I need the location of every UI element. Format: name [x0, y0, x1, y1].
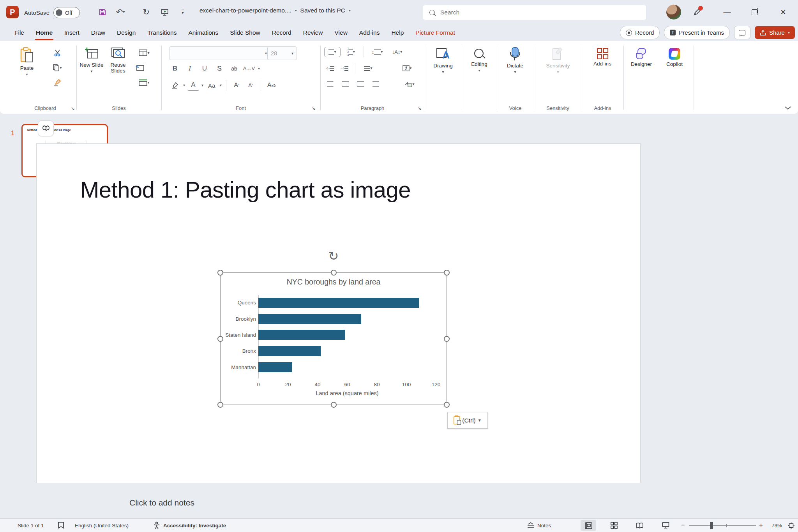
- underline-button[interactable]: U: [199, 64, 210, 73]
- notes-placeholder[interactable]: Click to add notes: [129, 498, 194, 507]
- tab-file[interactable]: File: [9, 24, 30, 41]
- tab-help[interactable]: Help: [385, 24, 410, 41]
- autosave-control[interactable]: AutoSave Off: [24, 7, 80, 18]
- format-painter-button[interactable]: [51, 78, 63, 87]
- reset-slide-button[interactable]: [134, 63, 146, 72]
- powerpoint-logo-icon[interactable]: P: [6, 6, 19, 18]
- customize-toolbar-button[interactable]: ▾: [176, 5, 189, 19]
- normal-view-button[interactable]: [581, 520, 596, 531]
- bold-button[interactable]: B: [169, 64, 181, 73]
- text-direction-button[interactable]: ↓A↕▾: [388, 47, 406, 57]
- comments-button[interactable]: [734, 26, 750, 39]
- editing-button[interactable]: Editing ▾: [466, 48, 493, 72]
- align-text-button[interactable]: ▾: [399, 64, 416, 73]
- resize-handle-top-left[interactable]: [217, 270, 223, 276]
- copilot-button[interactable]: Copilot: [661, 48, 688, 67]
- slide-sorter-view-button[interactable]: [606, 520, 622, 531]
- tab-animations[interactable]: Animations: [182, 24, 224, 41]
- zoom-out-button[interactable]: −: [681, 519, 685, 532]
- numbering-button[interactable]: 123▾: [343, 47, 359, 57]
- new-slide-button[interactable]: New Slide ▾: [79, 47, 104, 73]
- tab-record[interactable]: Record: [266, 24, 297, 41]
- resize-handle-middle-left[interactable]: [217, 336, 223, 342]
- clear-formatting-button[interactable]: A: [265, 81, 277, 90]
- slideshow-view-button[interactable]: [658, 520, 673, 531]
- redo-button[interactable]: ↻: [139, 5, 153, 19]
- align-center-button[interactable]: [339, 79, 351, 89]
- search-input[interactable]: [440, 9, 613, 16]
- decrease-indent-button[interactable]: ⇦: [324, 64, 336, 73]
- record-button[interactable]: Record: [620, 26, 660, 39]
- slide-title[interactable]: Method 1: Pasting chart as image: [80, 177, 411, 203]
- present-in-teams-button[interactable]: T Present in Teams: [664, 26, 730, 39]
- saved-status[interactable]: Saved to this PC: [300, 7, 345, 14]
- font-name-combobox[interactable]: ▾: [169, 46, 270, 60]
- italic-button[interactable]: I: [184, 64, 196, 73]
- tab-slide-show[interactable]: Slide Show: [224, 24, 266, 41]
- font-size-combobox[interactable]: 28 ▾: [267, 46, 297, 60]
- rotate-handle[interactable]: ↻: [327, 249, 340, 263]
- collapse-ribbon-button[interactable]: [785, 106, 791, 110]
- resize-handle-bottom-left[interactable]: [217, 402, 223, 408]
- addins-button[interactable]: Add-ins: [590, 48, 615, 67]
- tab-review[interactable]: Review: [297, 24, 329, 41]
- clipboard-dialog-launcher[interactable]: ↘: [71, 106, 75, 111]
- grow-font-button[interactable]: Aˆ: [231, 81, 242, 90]
- minimize-button[interactable]: —: [716, 0, 738, 24]
- resize-handle-bottom-middle[interactable]: [331, 402, 337, 408]
- convert-to-smartart-button[interactable]: ▾: [401, 79, 418, 89]
- highlight-color-button[interactable]: [169, 81, 181, 90]
- change-case-button[interactable]: Aa: [206, 81, 217, 90]
- paste-options-button[interactable]: (Ctrl) ▼: [447, 412, 488, 429]
- zoom-slider-thumb[interactable]: [710, 522, 713, 529]
- save-button[interactable]: [96, 5, 109, 19]
- line-spacing-button[interactable]: ↕▾: [369, 47, 386, 57]
- tab-home[interactable]: Home: [30, 24, 58, 41]
- dictate-button[interactable]: Dictate ▾: [502, 47, 528, 74]
- zoom-in-button[interactable]: +: [759, 519, 763, 532]
- tab-transitions[interactable]: Transitions: [141, 24, 182, 41]
- section-button[interactable]: ▾: [134, 78, 154, 87]
- notes-pane[interactable]: Click to add notes: [121, 485, 798, 518]
- share-button[interactable]: Share ▾: [755, 26, 795, 39]
- resize-handle-top-right[interactable]: [444, 270, 450, 276]
- text-shadow-button[interactable]: S: [214, 64, 225, 73]
- spell-check-button[interactable]: [58, 519, 64, 532]
- font-color-button[interactable]: A: [187, 80, 199, 91]
- paste-button[interactable]: Paste ▾: [19, 47, 34, 76]
- increase-indent-button[interactable]: ⇨: [339, 64, 350, 73]
- search-bar[interactable]: [423, 5, 646, 20]
- drawing-button[interactable]: A Drawing ▾: [429, 48, 457, 74]
- copy-button[interactable]: ▾: [51, 63, 63, 72]
- chart-image[interactable]: ↻ NYC boroughs by land area QueensBrookl…: [220, 272, 447, 405]
- tab-view[interactable]: View: [329, 24, 353, 41]
- tab-design[interactable]: Design: [111, 24, 141, 41]
- autosave-toggle[interactable]: Off: [53, 7, 80, 18]
- justify-button[interactable]: [370, 79, 381, 89]
- language-button[interactable]: English (United States): [75, 519, 129, 532]
- tab-picture-format[interactable]: Picture Format: [410, 24, 461, 41]
- strikethrough-button[interactable]: ab: [228, 64, 240, 73]
- undo-button[interactable]: ↶▾: [114, 5, 127, 19]
- slide-copilot-button[interactable]: [38, 120, 54, 136]
- reading-view-button[interactable]: [632, 520, 648, 531]
- resize-handle-middle-right[interactable]: [444, 336, 450, 342]
- fit-to-window-button[interactable]: [788, 519, 794, 532]
- restore-button[interactable]: [743, 0, 765, 24]
- paragraph-dialog-launcher[interactable]: ↘: [418, 106, 422, 111]
- align-right-button[interactable]: [355, 79, 366, 89]
- align-left-button[interactable]: [324, 79, 336, 89]
- character-spacing-button[interactable]: A↔V: [243, 64, 255, 73]
- slide-layout-button[interactable]: ▾: [134, 48, 154, 58]
- tab-draw[interactable]: Draw: [85, 24, 111, 41]
- tab-add-ins[interactable]: Add-ins: [353, 24, 386, 41]
- avatar[interactable]: [666, 5, 681, 19]
- shrink-font-button[interactable]: Aˇ: [245, 81, 256, 90]
- zoom-level[interactable]: 73%: [772, 519, 782, 532]
- designer-button[interactable]: Designer: [627, 48, 656, 67]
- columns-button[interactable]: ▾: [360, 64, 376, 73]
- resize-handle-bottom-right[interactable]: [444, 402, 450, 408]
- zoom-slider[interactable]: [689, 525, 756, 526]
- font-dialog-launcher[interactable]: ↘: [312, 106, 316, 111]
- cut-button[interactable]: [51, 48, 63, 58]
